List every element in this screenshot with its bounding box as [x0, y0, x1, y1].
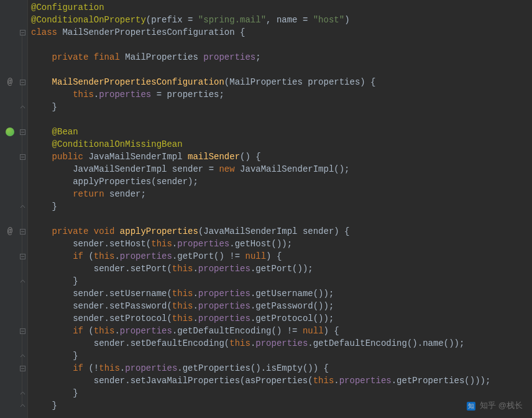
- code-line[interactable]: sender.setUsername(this.properties.getUs…: [31, 287, 532, 300]
- fold-toggle-icon[interactable]: [19, 128, 26, 136]
- fold-toggle-icon[interactable]: [19, 29, 26, 36]
- code-line[interactable]: }: [31, 399, 532, 412]
- code-line[interactable]: [31, 63, 532, 76]
- code-line[interactable]: }: [31, 350, 532, 362]
- code-line[interactable]: private final MailProperties properties;: [31, 51, 532, 63]
- code-line[interactable]: @ConditionalOnMissingBean: [31, 138, 532, 151]
- fold-toggle-icon[interactable]: [19, 389, 26, 397]
- code-line[interactable]: @ConditionalOnProperty(prefix = "spring.…: [31, 14, 532, 26]
- watermark: 知 知乎 @栈长: [467, 399, 523, 412]
- code-line[interactable]: [31, 113, 532, 126]
- code-line[interactable]: this.properties = properties;: [31, 88, 532, 101]
- fold-toggle-icon[interactable]: [19, 153, 26, 160]
- code-line[interactable]: sender.setProtocol(this.properties.getPr…: [31, 312, 532, 325]
- fold-toggle-icon[interactable]: [19, 253, 26, 260]
- code-line[interactable]: MailSenderPropertiesConfiguration(MailPr…: [31, 76, 532, 88]
- gutter-annotation-icon[interactable]: @: [5, 77, 15, 87]
- code-editor[interactable]: @Configuration@ConditionalOnProperty(pre…: [31, 0, 532, 418]
- code-line[interactable]: sender.setPassword(this.properties.getPa…: [31, 300, 532, 312]
- fold-toggle-icon[interactable]: [19, 228, 26, 235]
- code-line[interactable]: sender.setHost(this.properties.getHost()…: [31, 238, 532, 250]
- code-line[interactable]: [31, 39, 532, 51]
- fold-toggle-icon[interactable]: [19, 352, 26, 360]
- code-line[interactable]: @Configuration: [31, 1, 532, 14]
- code-line[interactable]: sender.setDefaultEncoding(this.propertie…: [31, 337, 532, 350]
- code-line[interactable]: @Bean: [31, 126, 532, 138]
- fold-toggle-icon[interactable]: [19, 402, 26, 409]
- zhihu-logo-icon: 知: [467, 402, 475, 411]
- code-line[interactable]: sender.setJavaMailProperties(asPropertie…: [31, 374, 532, 387]
- fold-toggle-icon[interactable]: [19, 203, 26, 210]
- gutter-annotation-icon[interactable]: @: [5, 226, 15, 236]
- code-line[interactable]: [31, 213, 532, 225]
- watermark-text: 知乎 @栈长: [480, 401, 523, 410]
- code-line[interactable]: applyProperties(sender);: [31, 175, 532, 188]
- fold-guide-line: [22, 32, 22, 406]
- code-line[interactable]: JavaMailSenderImpl sender = new JavaMail…: [31, 163, 532, 175]
- fold-gutter: [19, 0, 28, 418]
- code-line[interactable]: if (this.properties.getPort() != null) {: [31, 250, 532, 262]
- code-line[interactable]: }: [31, 101, 532, 113]
- fold-toggle-icon[interactable]: [19, 277, 26, 285]
- code-line[interactable]: sender.setPort(this.properties.getPort()…: [31, 262, 532, 275]
- fold-toggle-icon[interactable]: [19, 365, 26, 372]
- code-line[interactable]: return sender;: [31, 188, 532, 200]
- code-line[interactable]: if (this.properties.getDefaultEncoding()…: [31, 325, 532, 337]
- gutter-bean-icon[interactable]: [5, 127, 15, 137]
- code-line[interactable]: }: [31, 387, 532, 399]
- code-line[interactable]: public JavaMailSenderImpl mailSender() {: [31, 151, 532, 163]
- fold-toggle-icon[interactable]: [19, 103, 26, 111]
- fold-toggle-icon[interactable]: [19, 78, 26, 86]
- code-line[interactable]: private void applyProperties(JavaMailSen…: [31, 225, 532, 238]
- code-line[interactable]: class MailSenderPropertiesConfiguration …: [31, 26, 532, 39]
- code-line[interactable]: if (!this.properties.getProperties().isE…: [31, 362, 532, 374]
- code-line[interactable]: }: [31, 200, 532, 213]
- code-line[interactable]: }: [31, 275, 532, 287]
- fold-toggle-icon[interactable]: [19, 327, 26, 335]
